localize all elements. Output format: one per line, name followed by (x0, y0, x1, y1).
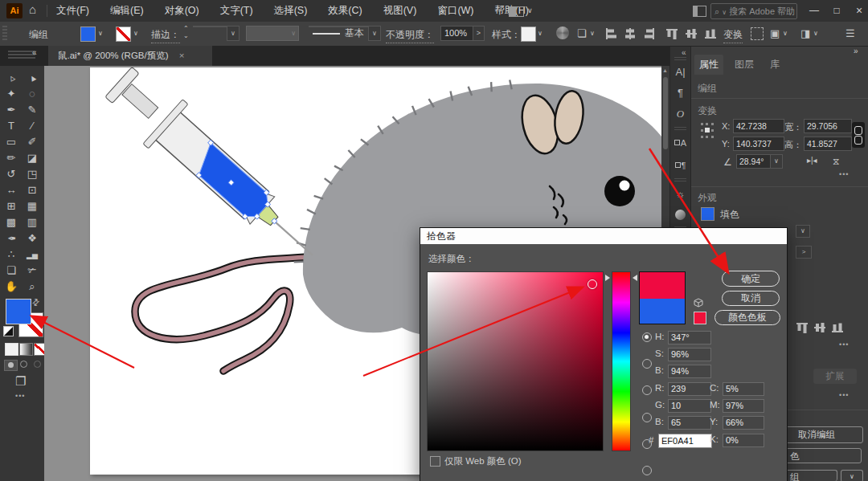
chevron-down-icon[interactable]: ∨ (783, 30, 788, 37)
align-bottom-icon[interactable] (831, 321, 844, 337)
fill-swatch[interactable] (6, 299, 31, 324)
brush-dropdown[interactable]: ∨ (368, 26, 381, 41)
rectangle-tool[interactable]: ▭ (6, 134, 16, 149)
appearance-fill-swatch[interactable] (701, 207, 714, 221)
align-right-icon[interactable] (643, 27, 656, 43)
width-profile-dropdown[interactable]: ∨ (246, 26, 299, 41)
value-field[interactable]: 5% (723, 382, 764, 396)
recolor-artwork-icon[interactable] (556, 26, 569, 39)
align-vertical-center-icon[interactable] (813, 321, 826, 337)
character-panel-icon[interactable]: A| (670, 63, 690, 82)
stroke-color-swatch[interactable] (116, 26, 131, 42)
chevron-down-icon[interactable]: ∨ (98, 30, 103, 37)
opentype-panel-icon[interactable]: O (670, 104, 690, 124)
value-field[interactable]: 66% (723, 416, 764, 430)
radio-G[interactable] (642, 439, 652, 449)
paintbrush-tool[interactable]: ✐ (28, 134, 37, 149)
screen-mode-icon[interactable]: ❐ (15, 374, 26, 389)
swap-fill-stroke-icon[interactable]: ⇄ (30, 296, 43, 309)
draw-inside-button[interactable] (31, 360, 43, 369)
opacity-popup-fragment[interactable]: > (796, 246, 812, 259)
link-dimensions-icon[interactable] (852, 122, 865, 148)
perspective-grid-tool[interactable]: ▦ (27, 198, 37, 213)
isolate-mode-icon[interactable]: ◨ (800, 27, 810, 39)
stroke-dropdown-fragment[interactable]: ∨ (796, 225, 810, 238)
rotation-field[interactable]: 28.94° (736, 154, 775, 169)
bounding-box-icon[interactable] (751, 27, 764, 40)
chevron-down-icon[interactable]: ∨ (590, 30, 595, 37)
grip-handle[interactable] (2, 26, 7, 42)
align-horizontal-center-icon[interactable] (624, 27, 637, 43)
more-tools-icon[interactable]: ••• (15, 392, 25, 400)
direct-selection-tool[interactable]: ▴ (30, 70, 35, 84)
hue-slider-arrow-left[interactable] (605, 275, 610, 281)
value-field[interactable]: 239 (668, 382, 711, 396)
flip-vertical-icon[interactable]: ⧖ (833, 156, 839, 167)
column-graph-tool[interactable]: ▂▅ (27, 247, 38, 261)
select-similar-icon[interactable]: ▣ (770, 27, 780, 39)
hue-slider-arrow-right[interactable] (633, 275, 637, 281)
graphic-styles-panel-icon[interactable] (670, 206, 690, 225)
panel-menu-icon[interactable]: ☰ (845, 27, 855, 39)
opacity-field[interactable]: 100% (440, 26, 476, 41)
eyedropper-tool[interactable]: ✒ (7, 230, 16, 245)
menu-item[interactable]: 选择(S) (274, 4, 308, 18)
collapse-dock-icon[interactable]: « (682, 48, 686, 57)
dialog-title-bar[interactable]: 拾色器 (420, 228, 787, 244)
artboard-tool[interactable]: ❏ (6, 263, 16, 277)
color-field[interactable] (427, 271, 604, 451)
chevron-down-icon[interactable]: ∨ (538, 30, 542, 37)
rotate-tool[interactable]: ↺ (7, 166, 16, 181)
character-styles-panel-icon[interactable]: A (670, 133, 690, 153)
value-field[interactable]: 65 (668, 416, 711, 430)
more-options-icon[interactable]: ••• (839, 170, 849, 178)
pen-tool[interactable]: ✒ (7, 102, 16, 116)
gradient-tool[interactable]: ▥ (27, 214, 37, 229)
transform-link[interactable]: 变换 (723, 28, 743, 43)
radio-S[interactable] (642, 359, 652, 369)
cancel-button[interactable]: 取消 (722, 291, 780, 306)
slice-tool[interactable]: ✃ (28, 263, 37, 277)
chevron-down-icon[interactable]: ∨ (527, 6, 533, 14)
document-setup-icon[interactable]: ❏ (577, 27, 587, 39)
hex-field[interactable]: EF0A41 (658, 434, 712, 448)
radio-R[interactable] (642, 413, 652, 422)
search-input[interactable]: ⌕ ∨ 搜索 Adobe 帮助 (710, 3, 797, 19)
shape-builder-tool[interactable]: ⊞ (7, 198, 16, 213)
value-field[interactable]: 97% (723, 399, 764, 413)
y-field[interactable]: 140.3737 (733, 137, 784, 151)
tab-close-icon[interactable]: × (179, 51, 185, 60)
stroke-weight-dropdown[interactable]: ∨ (227, 26, 240, 41)
dock-grip[interactable] (674, 57, 686, 62)
menu-item[interactable]: 窗口(W) (437, 4, 473, 18)
menu-item[interactable]: 对象(O) (165, 4, 199, 18)
expand-button[interactable]: 扩展 (813, 369, 857, 384)
value-field[interactable]: 96% (668, 348, 711, 361)
value-field[interactable]: 10 (668, 399, 711, 413)
align-top-icon[interactable] (665, 27, 678, 43)
menu-item[interactable]: 视图(V) (383, 4, 417, 18)
draw-behind-button[interactable] (18, 360, 30, 369)
brush-definition-dropdown[interactable]: 基本 (309, 26, 373, 27)
menu-item[interactable]: 编辑(E) (110, 4, 144, 18)
zoom-tool[interactable]: ⌕ (29, 279, 35, 293)
fill-color-swatch[interactable] (80, 26, 96, 42)
tab-libraries[interactable]: 库 (765, 55, 784, 75)
align-top-icon[interactable] (796, 321, 809, 337)
mesh-tool[interactable]: ▩ (6, 214, 16, 229)
tab-properties[interactable]: 属性 (694, 55, 723, 75)
width-field[interactable]: 29.7056 (804, 119, 852, 133)
draw-normal-button[interactable] (4, 360, 18, 371)
selection-tool[interactable]: ▵ (9, 70, 14, 84)
dock-grip[interactable] (674, 178, 686, 183)
free-transform-tool[interactable]: ⊡ (28, 182, 37, 197)
lasso-tool[interactable]: ◌ (29, 86, 35, 100)
home-icon[interactable]: ⌂ (29, 2, 36, 16)
toolbar-grip[interactable] (8, 51, 35, 59)
menu-item[interactable]: 效果(C) (328, 4, 362, 18)
style-swatch[interactable] (521, 26, 536, 42)
minimize-button[interactable]: — (804, 0, 825, 21)
color-field-marker[interactable] (588, 279, 597, 289)
close-button[interactable]: × (849, 0, 868, 21)
web-colors-checkbox[interactable] (430, 456, 440, 467)
